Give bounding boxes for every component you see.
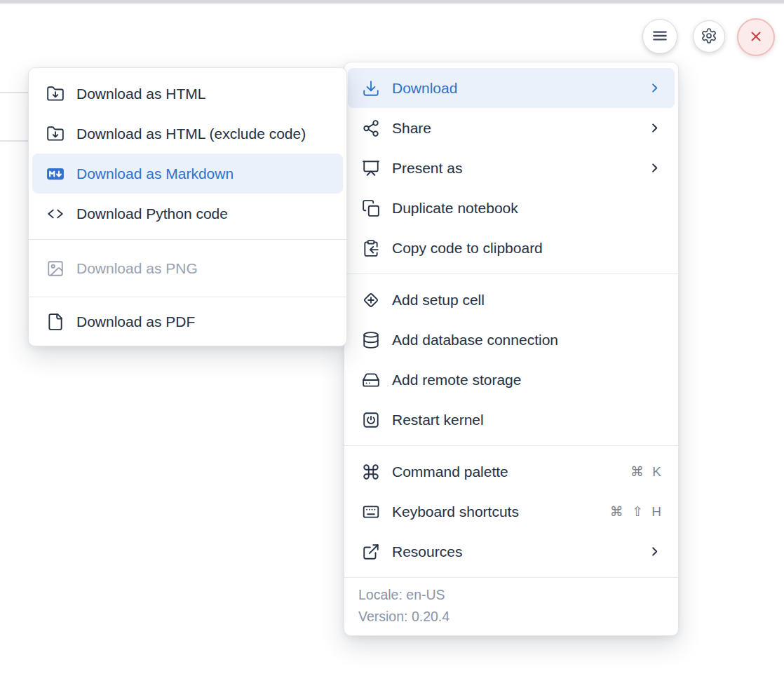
code-brackets-icon [46, 205, 65, 223]
menu-item-label: Download [392, 80, 457, 97]
menu-item-present-as[interactable]: Present as [348, 148, 675, 188]
copy-pages-icon [362, 199, 380, 217]
chevron-right-icon [648, 121, 661, 135]
menu-item-label: Add setup cell [392, 292, 485, 309]
chevron-right-icon [648, 545, 661, 558]
notebook-menu-button[interactable] [642, 19, 677, 54]
menu-item-label: Keyboard shortcuts [392, 503, 519, 520]
gear-icon [701, 27, 717, 46]
submenu-group-png: Download as PNG [29, 240, 346, 297]
submenu-item-download-as-png: Download as PNG [32, 248, 343, 288]
folder-down-icon [46, 85, 65, 103]
menu-item-label: Download as PDF [76, 313, 195, 330]
menu-group-notebook: Download Share Present as Duplicate note… [344, 62, 678, 273]
menu-item-label: Download as PNG [76, 260, 198, 277]
menu-item-restart-kernel[interactable]: Restart kernel [348, 400, 675, 440]
shortcut-hint: ⌘ ⇧ H [610, 503, 661, 520]
menu-item-label: Resources [392, 543, 462, 560]
menu-group-help: Command palette ⌘ K Keyboard shortcuts ⌘… [344, 446, 678, 577]
hamburger-menu-icon [651, 27, 669, 47]
submenu-item-download-as-pdf[interactable]: Download as PDF [32, 302, 343, 341]
menu-item-label: Share [392, 120, 431, 137]
version-text: Version: 0.20.4 [358, 606, 664, 628]
download-icon [362, 79, 380, 97]
background-rule [0, 140, 29, 142]
menu-item-label: Download Python code [76, 205, 228, 222]
close-icon [748, 28, 764, 47]
markdown-badge-icon [46, 165, 65, 183]
square-power-icon [362, 411, 380, 429]
menu-item-resources[interactable]: Resources [348, 532, 675, 571]
download-submenu: Download as HTML Download as HTML (exclu… [28, 67, 347, 346]
presentation-icon [362, 159, 380, 177]
menu-item-keyboard-shortcuts[interactable]: Keyboard shortcuts ⌘ ⇧ H [348, 492, 675, 532]
submenu-item-download-as-markdown[interactable]: Download as Markdown [32, 154, 343, 194]
database-icon [362, 331, 380, 349]
menu-item-label: Present as [392, 160, 462, 177]
menu-item-label: Download as HTML [76, 86, 205, 102]
hard-drive-icon [362, 371, 380, 389]
share-icon [362, 119, 380, 137]
menu-item-duplicate-notebook[interactable]: Duplicate notebook [348, 188, 675, 228]
menu-item-label: Duplicate notebook [392, 200, 518, 217]
locale-text: Locale: en-US [358, 584, 664, 606]
window-top-divider [0, 0, 784, 4]
submenu-item-download-as-html[interactable]: Download as HTML [32, 74, 343, 114]
submenu-group-documents: Download as HTML Download as HTML (exclu… [29, 68, 346, 239]
settings-button[interactable] [693, 20, 725, 53]
menu-item-copy-code-to-clipboard[interactable]: Copy code to clipboard [348, 228, 675, 268]
shortcut-hint: ⌘ K [630, 464, 661, 480]
menu-item-add-setup-cell[interactable]: Add setup cell [348, 280, 675, 320]
submenu-group-pdf: Download as PDF [29, 297, 346, 346]
submenu-item-download-as-html-exclude-code[interactable]: Download as HTML (exclude code) [32, 114, 343, 154]
diamond-plus-icon [362, 291, 380, 309]
menu-item-label: Command palette [392, 464, 508, 480]
menu-item-add-database-connection[interactable]: Add database connection [348, 320, 675, 360]
image-icon [46, 259, 65, 278]
menu-item-download[interactable]: Download [348, 68, 675, 108]
menu-item-command-palette[interactable]: Command palette ⌘ K [348, 452, 675, 492]
keyboard-icon [362, 503, 380, 521]
notebook-actions-menu: Download Share Present as Duplicate note… [344, 62, 679, 636]
file-icon [46, 313, 65, 331]
menu-footer: Locale: en-US Version: 0.20.4 [344, 578, 678, 635]
shutdown-button[interactable] [737, 18, 775, 56]
menu-item-label: Add database connection [392, 332, 558, 349]
menu-item-share[interactable]: Share [348, 108, 675, 148]
menu-item-label: Download as HTML (exclude code) [76, 126, 306, 142]
menu-item-add-remote-storage[interactable]: Add remote storage [348, 360, 675, 400]
background-rule [0, 92, 29, 93]
chevron-right-icon [648, 161, 661, 175]
menu-group-cells: Add setup cell Add database connection A… [344, 274, 678, 445]
menu-item-label: Download as Markdown [76, 165, 234, 182]
chevron-right-icon [648, 81, 661, 95]
command-icon [362, 463, 380, 481]
menu-item-label: Add remote storage [392, 372, 521, 388]
menu-item-label: Copy code to clipboard [392, 240, 543, 257]
menu-item-label: Restart kernel [392, 412, 484, 428]
external-link-icon [362, 543, 380, 561]
folder-down-icon [46, 125, 65, 143]
submenu-item-download-python-code[interactable]: Download Python code [32, 194, 343, 234]
clipboard-copy-icon [362, 239, 380, 257]
